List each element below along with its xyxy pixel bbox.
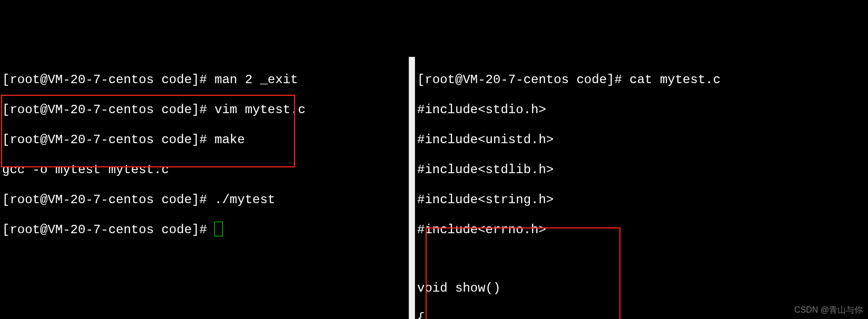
- code-line: #include<string.h>: [417, 192, 868, 208]
- split-terminal: [root@VM-20-7-centos code]# man 2 _exit …: [0, 57, 868, 319]
- highlight-box-right: [426, 227, 620, 319]
- cmd-line: [root@VM-20-7-centos code]# cat mytest.c: [417, 72, 868, 88]
- code-line: #include<stdlib.h>: [417, 162, 868, 178]
- command-text: ./mytest: [214, 193, 275, 207]
- cmd-line: [root@VM-20-7-centos code]# vim mytest.c: [2, 102, 409, 118]
- pane-divider[interactable]: [409, 57, 415, 319]
- command-text: man 2 _exit: [214, 73, 298, 87]
- prompt: [root@VM-20-7-centos code]#: [2, 73, 214, 87]
- cmd-line: [root@VM-20-7-centos code]# make: [2, 132, 409, 148]
- prompt-line-active[interactable]: [root@VM-20-7-centos code]#: [2, 222, 409, 238]
- left-terminal-pane[interactable]: [root@VM-20-7-centos code]# man 2 _exit …: [0, 57, 409, 319]
- prompt: [root@VM-20-7-centos code]#: [2, 133, 214, 147]
- command-text: make: [214, 133, 245, 147]
- prompt: [root@VM-20-7-centos code]#: [2, 193, 214, 207]
- command-text: cat mytest.c: [629, 73, 721, 87]
- prompt: [root@VM-20-7-centos code]#: [2, 103, 214, 117]
- code-line: void show(): [417, 281, 868, 296]
- cmd-line: [root@VM-20-7-centos code]# man 2 _exit: [2, 72, 409, 88]
- cmd-line: [root@VM-20-7-centos code]# ./mytest: [2, 192, 409, 208]
- right-terminal-pane[interactable]: [root@VM-20-7-centos code]# cat mytest.c…: [415, 57, 868, 319]
- prompt: [root@VM-20-7-centos code]#: [417, 73, 629, 87]
- cursor-icon: [214, 222, 223, 236]
- gcc-output: gcc -o mytest mytest.c: [2, 162, 409, 178]
- code-line: #include<unistd.h>: [417, 132, 868, 148]
- code-line: #include<errno.h>: [417, 222, 868, 238]
- code-line: #include<stdio.h>: [417, 102, 868, 118]
- prompt: [root@VM-20-7-centos code]#: [2, 223, 214, 237]
- command-text: vim mytest.c: [214, 103, 305, 117]
- watermark-text: CSDN @青山与你: [794, 305, 863, 316]
